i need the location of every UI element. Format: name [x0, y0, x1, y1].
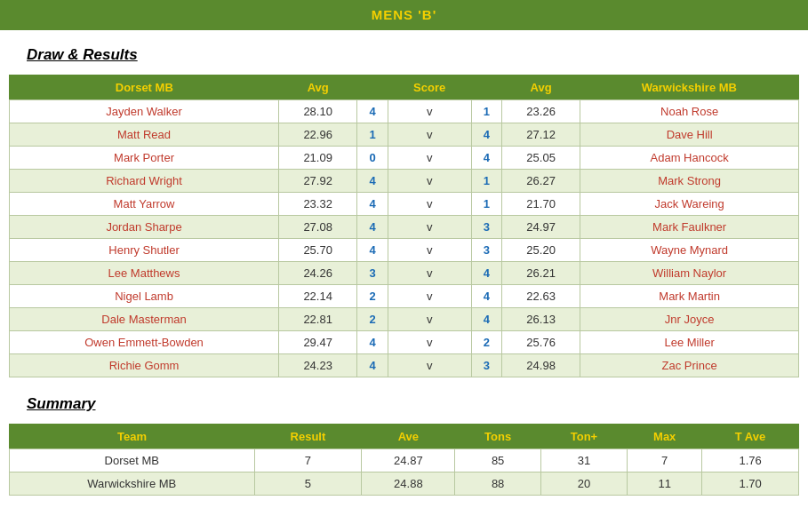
draw-cell: Matt Yarrow [10, 193, 279, 216]
draw-table-row: Owen Emmett-Bowden29.474v225.76Lee Mille… [10, 331, 799, 354]
draw-cell: v [388, 100, 471, 123]
summary-cell: 31 [540, 449, 627, 472]
page-container: MENS 'B' Draw & Results Dorset MB Avg Sc… [0, 0, 808, 496]
draw-cell: Wayne Mynard [580, 239, 799, 262]
draw-table-container: Dorset MB Avg Score Avg Warwickshire MB … [9, 75, 799, 377]
col-away-team: Warwickshire MB [580, 75, 799, 100]
draw-cell: Mark Martin [580, 285, 799, 308]
page-title: MENS 'B' [372, 7, 436, 22]
summary-table: Team Result Ave Tons Ton+ Max T Ave Dors… [9, 424, 799, 496]
draw-cell: v [388, 147, 471, 170]
draw-cell: 1 [471, 193, 501, 216]
draw-cell: 21.70 [502, 193, 580, 216]
draw-cell: 27.08 [279, 216, 357, 239]
sum-col-ave: Ave [362, 425, 455, 449]
draw-cell: 4 [357, 239, 388, 262]
draw-cell: 24.97 [502, 216, 580, 239]
draw-cell: 28.10 [279, 100, 357, 123]
draw-cell: William Naylor [580, 262, 799, 285]
draw-table-row: Lee Matthews24.263v426.21William Naylor [10, 262, 799, 285]
draw-cell: Jnr Joyce [580, 308, 799, 331]
draw-table-row: Richie Gomm24.234v324.98Zac Prince [10, 354, 799, 377]
draw-cell: 1 [471, 100, 501, 123]
draw-cell: Jordan Sharpe [10, 216, 279, 239]
draw-cell: 2 [357, 285, 388, 308]
draw-cell: 25.20 [502, 239, 580, 262]
draw-table-row: Richard Wright27.924v126.27Mark Strong [10, 170, 799, 193]
draw-cell: v [388, 170, 471, 193]
draw-cell: v [388, 308, 471, 331]
draw-cell: 21.09 [279, 147, 357, 170]
draw-cell: v [388, 262, 471, 285]
draw-table-row: Matt Yarrow23.324v121.70Jack Wareing [10, 193, 799, 216]
draw-cell: 4 [357, 100, 388, 123]
draw-cell: Mark Faulkner [580, 216, 799, 239]
draw-cell: 27.92 [279, 170, 357, 193]
draw-table-row: Jayden Walker28.104v123.26Noah Rose [10, 100, 799, 123]
title-bar: MENS 'B' [0, 0, 808, 30]
draw-cell: 4 [357, 354, 388, 377]
draw-cell: 4 [471, 285, 501, 308]
draw-cell: 24.26 [279, 262, 357, 285]
summary-cell: 7 [628, 449, 702, 472]
draw-cell: v [388, 123, 471, 147]
draw-cell: Mark Porter [10, 147, 279, 170]
draw-cell: Lee Miller [580, 331, 799, 354]
summary-cell: 88 [455, 472, 540, 496]
summary-cell: Dorset MB [10, 449, 255, 472]
draw-cell: 25.05 [502, 147, 580, 170]
draw-cell: 4 [471, 147, 501, 170]
col-score: Score [388, 75, 471, 100]
draw-cell: Dave Hill [580, 123, 799, 147]
draw-cell: 3 [471, 354, 501, 377]
draw-cell: 26.13 [502, 308, 580, 331]
draw-table-row: Henry Shutler25.704v325.20Wayne Mynard [10, 239, 799, 262]
draw-cell: 22.96 [279, 123, 357, 147]
draw-cell: 22.14 [279, 285, 357, 308]
summary-cell: 11 [628, 472, 702, 496]
draw-table-row: Jordan Sharpe27.084v324.97Mark Faulkner [10, 216, 799, 239]
draw-cell: v [388, 193, 471, 216]
summary-cell: Warwickshire MB [10, 472, 255, 496]
draw-results-heading: Draw & Results [27, 46, 808, 64]
draw-table: Dorset MB Avg Score Avg Warwickshire MB … [9, 75, 799, 377]
col-away-avg: Avg [502, 75, 580, 100]
draw-cell: Dale Masterman [10, 308, 279, 331]
draw-cell: Noah Rose [580, 100, 799, 123]
summary-cell: 20 [540, 472, 627, 496]
col-empty1 [357, 75, 388, 100]
draw-cell: 1 [357, 123, 388, 147]
draw-cell: 3 [471, 216, 501, 239]
draw-cell: Lee Matthews [10, 262, 279, 285]
draw-cell: 4 [471, 308, 501, 331]
draw-cell: 25.70 [279, 239, 357, 262]
draw-cell: Richard Wright [10, 170, 279, 193]
draw-cell: 27.12 [502, 123, 580, 147]
draw-cell: v [388, 354, 471, 377]
summary-cell: 5 [254, 472, 362, 496]
draw-cell: 25.76 [502, 331, 580, 354]
summary-cell: 24.87 [362, 449, 455, 472]
draw-cell: 2 [357, 308, 388, 331]
summary-table-header-row: Team Result Ave Tons Ton+ Max T Ave [10, 425, 799, 449]
draw-cell: Adam Hancock [580, 147, 799, 170]
draw-cell: Jack Wareing [580, 193, 799, 216]
summary-cell: 24.88 [362, 472, 455, 496]
sum-col-result: Result [254, 425, 362, 449]
draw-cell: 22.63 [502, 285, 580, 308]
sum-col-tons: Tons [455, 425, 540, 449]
draw-cell: 4 [357, 170, 388, 193]
sum-col-max: Max [628, 425, 702, 449]
draw-cell: 24.23 [279, 354, 357, 377]
summary-table-row: Dorset MB724.87853171.76 [10, 449, 799, 472]
summary-heading: Summary [27, 395, 808, 413]
summary-table-row: Warwickshire MB524.888820111.70 [10, 472, 799, 496]
draw-cell: Matt Read [10, 123, 279, 147]
draw-cell: 1 [471, 170, 501, 193]
summary-cell: 7 [254, 449, 362, 472]
draw-table-row: Matt Read22.961v427.12Dave Hill [10, 123, 799, 147]
draw-cell: 2 [471, 331, 501, 354]
draw-cell: Zac Prince [580, 354, 799, 377]
summary-cell: 85 [455, 449, 540, 472]
draw-cell: Owen Emmett-Bowden [10, 331, 279, 354]
